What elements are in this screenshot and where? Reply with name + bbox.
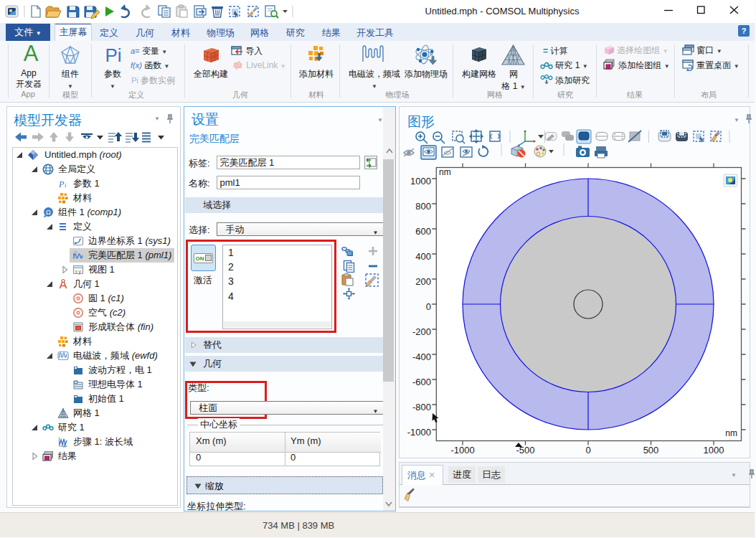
svg-text:0: 0 (585, 445, 590, 456)
svg-text:600: 600 (415, 226, 431, 237)
svg-text:nm: nm (439, 167, 451, 177)
svg-text:1000: 1000 (704, 445, 724, 456)
svg-text:400: 400 (415, 251, 431, 262)
svg-text:-1000: -1000 (407, 427, 431, 438)
svg-text:500: 500 (643, 445, 659, 456)
svg-text:-1000: -1000 (450, 445, 474, 456)
svg-text:-200: -200 (412, 326, 431, 337)
svg-text:200: 200 (415, 276, 431, 287)
svg-text:0: 0 (426, 301, 431, 312)
svg-text:-400: -400 (412, 351, 431, 362)
svg-text:1000: 1000 (410, 176, 431, 187)
svg-text:-800: -800 (412, 402, 431, 412)
svg-text:nm: nm (725, 428, 737, 438)
svg-text:800: 800 (415, 201, 431, 212)
svg-text:-600: -600 (412, 377, 431, 387)
